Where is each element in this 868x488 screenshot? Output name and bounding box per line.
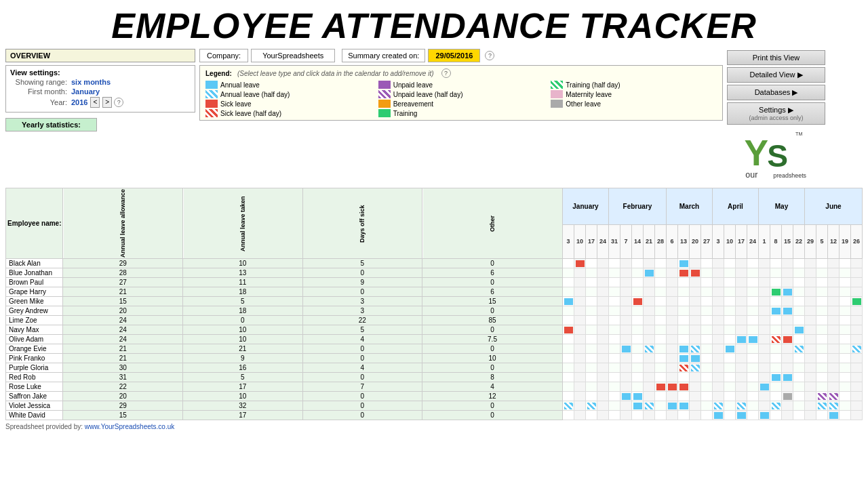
calendar-cell[interactable]: [782, 411, 793, 420]
calendar-cell[interactable]: [759, 373, 770, 382]
calendar-cell[interactable]: [655, 392, 667, 401]
legend-item-training[interactable]: Training: [378, 109, 545, 117]
calendar-cell[interactable]: [632, 401, 644, 411]
calendar-cell[interactable]: [747, 335, 759, 344]
calendar-cell[interactable]: [597, 268, 609, 278]
calendar-cell[interactable]: [667, 287, 678, 297]
calendar-cell[interactable]: [620, 306, 632, 316]
calendar-cell[interactable]: [609, 316, 620, 325]
calendar-cell[interactable]: [736, 382, 747, 392]
calendar-cell[interactable]: [574, 325, 586, 335]
calendar-cell[interactable]: [563, 316, 574, 325]
calendar-cell[interactable]: [840, 354, 851, 363]
calendar-cell[interactable]: [782, 268, 793, 278]
calendar-cell[interactable]: [586, 325, 597, 335]
calendar-cell[interactable]: [851, 287, 863, 297]
calendar-cell[interactable]: [574, 306, 586, 316]
calendar-cell[interactable]: [678, 392, 690, 401]
calendar-cell[interactable]: [793, 316, 805, 325]
calendar-cell[interactable]: [713, 382, 724, 392]
calendar-cell[interactable]: [840, 287, 851, 297]
calendar-cell[interactable]: [816, 344, 828, 354]
calendar-cell[interactable]: [816, 297, 828, 306]
calendar-cell[interactable]: [667, 335, 678, 344]
calendar-cell[interactable]: [816, 306, 828, 316]
calendar-cell[interactable]: [747, 392, 759, 401]
calendar-cell[interactable]: [828, 287, 840, 297]
calendar-cell[interactable]: [840, 335, 851, 344]
calendar-cell[interactable]: [759, 325, 770, 335]
calendar-cell[interactable]: [828, 325, 840, 335]
calendar-cell[interactable]: [563, 287, 574, 297]
calendar-cell[interactable]: [793, 325, 805, 335]
calendar-cell[interactable]: [563, 363, 574, 373]
calendar-cell[interactable]: [632, 373, 644, 382]
calendar-cell[interactable]: [620, 373, 632, 382]
calendar-cell[interactable]: [644, 316, 655, 325]
calendar-cell[interactable]: [724, 297, 736, 306]
calendar-cell[interactable]: [667, 344, 678, 354]
legend-item-bereavement[interactable]: Bereavement: [378, 100, 545, 108]
calendar-cell[interactable]: [759, 382, 770, 392]
calendar-cell[interactable]: [690, 335, 701, 344]
calendar-cell[interactable]: [782, 297, 793, 306]
calendar-cell[interactable]: [701, 392, 713, 401]
calendar-cell[interactable]: [563, 373, 574, 382]
calendar-cell[interactable]: [724, 373, 736, 382]
calendar-cell[interactable]: [747, 287, 759, 297]
calendar-cell[interactable]: [690, 373, 701, 382]
calendar-cell[interactable]: [690, 411, 701, 420]
calendar-cell[interactable]: [805, 363, 816, 373]
calendar-cell[interactable]: [759, 363, 770, 373]
print-button[interactable]: Print this View: [727, 50, 825, 65]
calendar-cell[interactable]: [597, 259, 609, 268]
calendar-cell[interactable]: [851, 363, 863, 373]
calendar-cell[interactable]: [574, 316, 586, 325]
calendar-cell[interactable]: [828, 316, 840, 325]
calendar-cell[interactable]: [770, 287, 782, 297]
calendar-cell[interactable]: [644, 306, 655, 316]
calendar-cell[interactable]: [793, 335, 805, 344]
prev-year-button[interactable]: <: [90, 97, 100, 108]
calendar-cell[interactable]: [770, 335, 782, 344]
next-year-button[interactable]: >: [102, 97, 112, 108]
calendar-cell[interactable]: [759, 268, 770, 278]
calendar-cell[interactable]: [736, 392, 747, 401]
calendar-cell[interactable]: [563, 325, 574, 335]
calendar-cell[interactable]: [793, 287, 805, 297]
calendar-cell[interactable]: [644, 325, 655, 335]
calendar-cell[interactable]: [736, 363, 747, 373]
calendar-cell[interactable]: [793, 411, 805, 420]
calendar-cell[interactable]: [851, 278, 863, 287]
calendar-cell[interactable]: [655, 278, 667, 287]
calendar-cell[interactable]: [713, 268, 724, 278]
calendar-cell[interactable]: [782, 392, 793, 401]
calendar-cell[interactable]: [690, 268, 701, 278]
calendar-cell[interactable]: [563, 401, 574, 411]
calendar-cell[interactable]: [759, 401, 770, 411]
calendar-cell[interactable]: [667, 278, 678, 287]
calendar-cell[interactable]: [770, 316, 782, 325]
calendar-cell[interactable]: [563, 344, 574, 354]
calendar-cell[interactable]: [840, 259, 851, 268]
calendar-cell[interactable]: [793, 363, 805, 373]
calendar-cell[interactable]: [574, 363, 586, 373]
calendar-cell[interactable]: [805, 268, 816, 278]
footer-link[interactable]: www.YourSpreadsheets.co.uk: [85, 423, 175, 430]
calendar-cell[interactable]: [759, 259, 770, 268]
calendar-cell[interactable]: [586, 354, 597, 363]
summary-help-icon[interactable]: ?: [485, 51, 494, 60]
calendar-cell[interactable]: [851, 344, 863, 354]
calendar-cell[interactable]: [782, 363, 793, 373]
calendar-cell[interactable]: [597, 382, 609, 392]
calendar-cell[interactable]: [805, 373, 816, 382]
calendar-cell[interactable]: [851, 354, 863, 363]
calendar-cell[interactable]: [586, 411, 597, 420]
calendar-cell[interactable]: [690, 306, 701, 316]
calendar-cell[interactable]: [701, 344, 713, 354]
calendar-cell[interactable]: [770, 325, 782, 335]
calendar-cell[interactable]: [724, 363, 736, 373]
calendar-cell[interactable]: [828, 335, 840, 344]
calendar-cell[interactable]: [713, 259, 724, 268]
calendar-cell[interactable]: [713, 306, 724, 316]
